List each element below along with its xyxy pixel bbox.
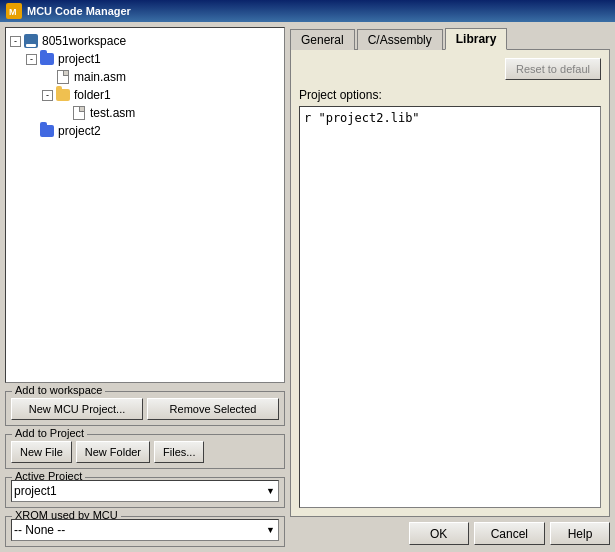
tab-cassembly[interactable]: C/Assembly bbox=[357, 29, 443, 50]
spacer-mainasm bbox=[42, 72, 53, 83]
add-to-project-label: Add to Project bbox=[12, 427, 87, 439]
project2-label: project2 bbox=[58, 124, 101, 138]
folder1-label: folder1 bbox=[74, 88, 111, 102]
xrom-select[interactable]: -- None -- bbox=[11, 519, 279, 541]
window-content: - 8051workspace - project1 mai bbox=[0, 22, 615, 552]
testasm-label: test.asm bbox=[90, 106, 135, 120]
project1-label: project1 bbox=[58, 52, 101, 66]
cancel-button[interactable]: Cancel bbox=[474, 522, 545, 545]
spacer-testasm bbox=[58, 108, 69, 119]
active-project-select[interactable]: project1 project2 bbox=[11, 480, 279, 502]
expander-folder1[interactable]: - bbox=[42, 90, 53, 101]
tab-content: Reset to defaul Project options: r "proj… bbox=[290, 50, 610, 517]
ok-button[interactable]: OK bbox=[409, 522, 469, 545]
active-project-group: Active Project project1 project2 bbox=[5, 477, 285, 508]
xrom-select-wrap: -- None -- bbox=[11, 519, 279, 541]
workspace-label: 8051workspace bbox=[42, 34, 126, 48]
project-icon-1 bbox=[39, 51, 55, 67]
tree-item-folder1[interactable]: - folder1 bbox=[10, 86, 280, 104]
app-icon: M bbox=[6, 3, 22, 19]
left-panel: - 8051workspace - project1 mai bbox=[5, 27, 285, 547]
title-bar: M MCU Code Manager bbox=[0, 0, 615, 22]
tab-general[interactable]: General bbox=[290, 29, 355, 50]
tabs-container: General C/Assembly Library bbox=[290, 27, 610, 50]
remove-selected-button[interactable]: Remove Selected bbox=[147, 398, 279, 420]
spacer-project2 bbox=[26, 126, 37, 137]
bottom-bar: OK Cancel Help bbox=[290, 517, 610, 547]
expander-workspace[interactable]: - bbox=[10, 36, 21, 47]
new-file-button[interactable]: New File bbox=[11, 441, 72, 463]
tab-library[interactable]: Library bbox=[445, 28, 508, 50]
tree-item-project1[interactable]: - project1 bbox=[10, 50, 280, 68]
project-icon-2 bbox=[39, 123, 55, 139]
workspace-btn-row: New MCU Project... Remove Selected bbox=[11, 398, 279, 420]
new-folder-button[interactable]: New Folder bbox=[76, 441, 150, 463]
file-icon-mainasm bbox=[55, 69, 71, 85]
reset-btn-wrap: Reset to defaul bbox=[299, 58, 601, 80]
tree-item-mainasm[interactable]: main.asm bbox=[10, 68, 280, 86]
xrom-group: XROM used by MCU -- None -- bbox=[5, 516, 285, 547]
mainasm-label: main.asm bbox=[74, 70, 126, 84]
tree-area: - 8051workspace - project1 mai bbox=[5, 27, 285, 383]
file-icon-testasm bbox=[71, 105, 87, 121]
add-to-project-group: Add to Project New File New Folder Files… bbox=[5, 434, 285, 469]
files-button[interactable]: Files... bbox=[154, 441, 204, 463]
reset-to-default-button[interactable]: Reset to defaul bbox=[505, 58, 601, 80]
project-options-label: Project options: bbox=[299, 88, 601, 102]
title-text: MCU Code Manager bbox=[27, 5, 131, 17]
add-to-workspace-group: Add to workspace New MCU Project... Remo… bbox=[5, 391, 285, 426]
tree-item-testasm[interactable]: test.asm bbox=[10, 104, 280, 122]
help-button[interactable]: Help bbox=[550, 522, 610, 545]
workspace-icon bbox=[23, 33, 39, 49]
new-mcu-project-button[interactable]: New MCU Project... bbox=[11, 398, 143, 420]
project-options-area: r "project2.lib" bbox=[299, 106, 601, 508]
right-panel: General C/Assembly Library Reset to defa… bbox=[290, 27, 610, 547]
add-to-workspace-label: Add to workspace bbox=[12, 384, 105, 396]
project-btn-row: New File New Folder Files... bbox=[11, 441, 279, 463]
tree-item-project2[interactable]: project2 bbox=[10, 122, 280, 140]
folder-icon-1 bbox=[55, 87, 71, 103]
svg-text:M: M bbox=[9, 7, 17, 17]
expander-project1[interactable]: - bbox=[26, 54, 37, 65]
tree-item-workspace[interactable]: - 8051workspace bbox=[10, 32, 280, 50]
active-project-select-wrap: project1 project2 bbox=[11, 480, 279, 502]
